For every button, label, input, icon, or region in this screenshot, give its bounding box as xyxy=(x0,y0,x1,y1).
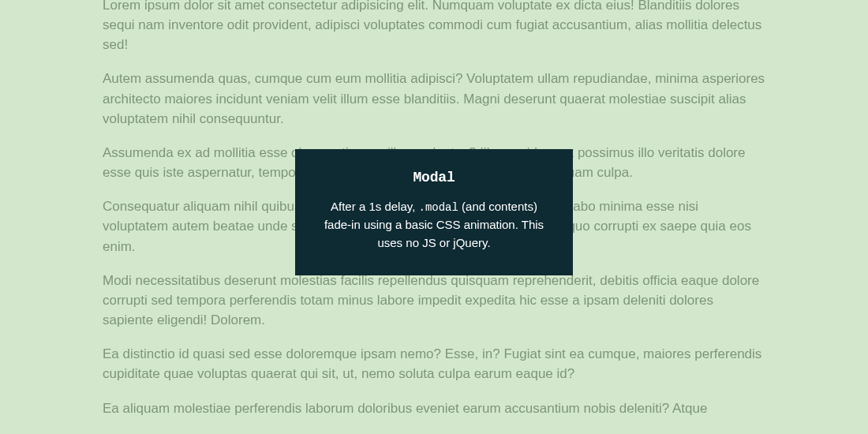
page: Lorem ipsum dolor sit amet consectetur a… xyxy=(0,0,868,429)
paragraph: Lorem ipsum dolor sit amet consectetur a… xyxy=(103,0,765,54)
modal[interactable]: Modal After a 1s delay, .modal (and cont… xyxy=(295,149,573,275)
paragraph: Ea distinctio id quasi sed esse doloremq… xyxy=(103,344,765,383)
modal-body-prefix: After a 1s delay, xyxy=(331,200,418,213)
paragraph: Modi necessitatibus deserunt molestias f… xyxy=(103,271,765,330)
paragraph: Ea aliquam molestiae perferendis laborum… xyxy=(103,398,765,418)
modal-title: Modal xyxy=(322,170,546,185)
paragraph: Autem assumenda quas, cumque cum eum mol… xyxy=(103,69,765,128)
modal-code: .modal xyxy=(418,201,458,214)
modal-body: After a 1s delay, .modal (and contents) … xyxy=(322,198,546,252)
